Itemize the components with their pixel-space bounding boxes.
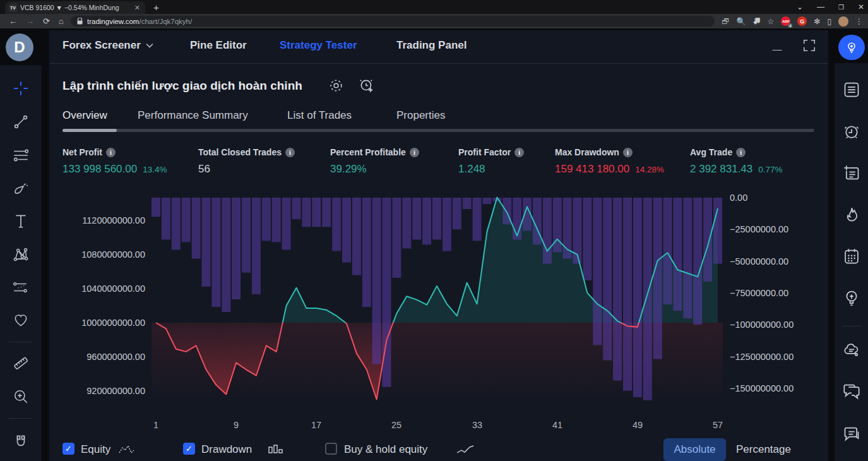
window-close-icon[interactable]: ✕ [858, 3, 864, 11]
idm-extension-icon[interactable]: G [797, 16, 807, 26]
strategy-settings-gear-icon[interactable] [328, 78, 344, 93]
ideas-bulb-icon[interactable] [835, 284, 868, 312]
info-icon[interactable]: i [623, 148, 633, 157]
object-tree-chat-icon[interactable] [835, 420, 868, 448]
percentage-button[interactable]: Percentage [736, 443, 791, 456]
equity-drawdown-chart[interactable] [152, 189, 723, 414]
buy-hold-curve-icon [456, 445, 474, 455]
stat-profit-factor: Profit Factori 1.248 [458, 147, 524, 176]
crosshair-icon[interactable] [0, 76, 42, 101]
text-tool-icon[interactable] [0, 208, 42, 234]
hotlist-flame-icon[interactable] [835, 201, 868, 229]
header-divider [49, 63, 828, 64]
drawdown-label: Drawdown [201, 443, 252, 456]
info-icon[interactable]: i [106, 148, 116, 157]
alerts-clock-icon[interactable] [835, 117, 868, 145]
equity-axis-label: 920000000.00 [86, 386, 145, 396]
url-text: tradingview.com/chart/Jqk7qkyh/ [87, 18, 192, 25]
tab-strategy-tester[interactable]: Strategy Tester [280, 39, 357, 52]
equity-axis-label: 960000000.00 [86, 352, 145, 362]
window-restore-icon[interactable]: ❐ [838, 4, 844, 11]
forward-icon[interactable]: → [26, 16, 34, 26]
add-alert-icon[interactable] [359, 78, 375, 94]
drawdown-axis-label: −75000000.00 [730, 288, 788, 298]
minds-cloud-icon[interactable] [835, 336, 868, 364]
equity-checkbox[interactable]: ✓ [62, 443, 74, 455]
info-icon[interactable]: i [410, 148, 419, 157]
zoom-in-icon[interactable] [0, 384, 42, 409]
xabcd-pattern-icon[interactable] [0, 242, 42, 267]
extensions-puzzle-icon[interactable]: ✻ [814, 17, 820, 26]
equity-axis-label: 1040000000.00 [81, 284, 145, 294]
panel-minimize-icon[interactable]: — [769, 38, 785, 54]
toolbar-divider [9, 342, 33, 342]
user-avatar-d[interactable]: D [6, 33, 33, 61]
zoom-page-icon[interactable]: 🔍 [737, 17, 746, 26]
tab-forex-screener[interactable]: Forex Screener [62, 39, 153, 52]
report-tab-properties[interactable]: Properties [396, 109, 445, 122]
ruler-icon[interactable] [0, 350, 42, 376]
idea-bulb-plus-button[interactable] [838, 35, 865, 60]
report-tab-overview[interactable]: Overview [62, 109, 107, 122]
report-tab-list-of-trades[interactable]: List of Trades [287, 109, 352, 122]
back-icon[interactable]: ← [9, 16, 17, 26]
absolute-button[interactable]: Absolute [663, 438, 726, 461]
magnet-icon[interactable] [0, 429, 42, 455]
window-minimize-icon[interactable]: — [817, 3, 824, 11]
public-chat-icon[interactable] [835, 378, 868, 405]
browser-tab[interactable]: TV VCB 91600 ▼ −0.54% MinhDung ✕ [5, 1, 145, 14]
calendar-icon[interactable] [835, 242, 868, 270]
reload-icon[interactable]: ⟳ [43, 16, 50, 26]
panel-expand-icon[interactable] [800, 37, 818, 54]
emoji-heart-icon[interactable] [0, 308, 42, 333]
tab-pine-editor[interactable]: Pine Editor [190, 39, 247, 52]
profile-avatar[interactable] [838, 16, 848, 27]
brush-icon[interactable] [0, 176, 42, 201]
equity-y-axis: 1120000000.001080000000.001040000000.001… [60, 189, 145, 414]
browser-tab-title: VCB 91600 ▼ −0.54% MinhDung [20, 4, 130, 11]
drawdown-axis-label: −50000000.00 [730, 256, 788, 266]
horizontal-lines-icon[interactable] [0, 143, 42, 168]
adblock-extension-icon[interactable]: ABP4 [781, 16, 790, 26]
share-icon[interactable]: 🢅 [753, 17, 761, 26]
trend-line-icon[interactable] [0, 109, 42, 135]
trade-axis-label: 57 [713, 420, 723, 430]
chrome-menu-icon[interactable]: ⋮ [855, 17, 863, 26]
chevron-down-icon [146, 43, 153, 48]
equity-label: Equity [81, 443, 110, 456]
drawdown-checkbox[interactable]: ✓ [183, 443, 195, 455]
lock-icon [77, 18, 83, 25]
equity-curve-icon [119, 445, 136, 455]
tab-close-icon[interactable]: ✕ [133, 4, 141, 12]
new-tab-button[interactable]: + [153, 2, 159, 13]
info-icon[interactable]: i [285, 148, 295, 157]
stat-net-profit: Net Profiti 133 998 560.0013.4% [62, 147, 167, 176]
stat-total-closed-trades: Total Closed Tradesi 56 [198, 147, 295, 176]
tab-trading-panel[interactable]: Trading Panel [396, 39, 467, 52]
watchlist-icon[interactable] [835, 76, 868, 104]
drawdown-bars-icon [268, 444, 284, 455]
drawdown-axis-label: −125000000.00 [730, 352, 794, 362]
address-bar[interactable]: tradingview.com/chart/Jqk7qkyh/ [71, 16, 715, 27]
window-menu-chevron-icon[interactable]: ⌄ [797, 3, 803, 11]
info-icon[interactable]: i [736, 148, 746, 157]
drawdown-axis-label: −150000000.00 [730, 383, 794, 393]
tradingview-favicon: TV [9, 4, 17, 12]
trade-axis-label: 49 [633, 420, 643, 430]
sidebar-icon[interactable]: ▯ [827, 17, 831, 26]
info-icon[interactable]: i [514, 148, 524, 157]
equity-axis-label: 1000000000.00 [81, 318, 145, 328]
screen: TV VCB 91600 ▼ −0.54% MinhDung ✕ + ⌄ — ❐… [0, 0, 868, 461]
browser-tabstrip: TV VCB 91600 ▼ −0.54% MinhDung ✕ + ⌄ — ❐… [0, 0, 868, 14]
translate-icon[interactable]: 🗗 [722, 17, 730, 26]
bookmark-star-icon[interactable]: ☆ [768, 17, 775, 26]
home-icon[interactable]: ⌂ [59, 16, 64, 26]
buy-hold-equity-checkbox[interactable] [325, 443, 337, 455]
buy-hold-equity-label: Buy & hold equity [344, 443, 427, 456]
tab-scroll-track[interactable] [62, 129, 814, 132]
report-tab-performance-summary[interactable]: Performance Summary [138, 109, 248, 122]
notes-add-icon[interactable] [835, 159, 868, 187]
trade-axis-label: 25 [391, 420, 401, 430]
forecast-lines-icon[interactable] [0, 275, 42, 300]
trade-axis-label: 33 [472, 420, 482, 430]
